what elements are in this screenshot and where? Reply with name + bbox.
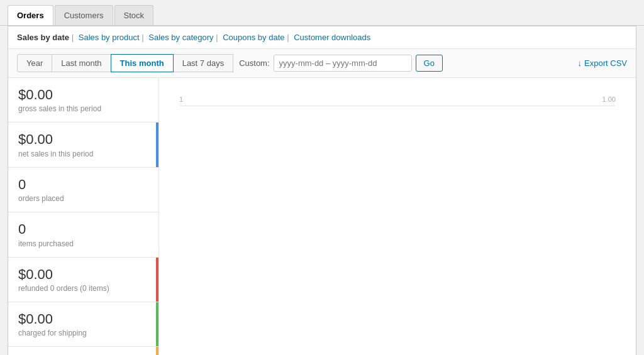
stats-sidebar: $0.00 gross sales in this period $0.00 n… (8, 78, 159, 355)
export-csv-link[interactable]: ↓ Export CSV (578, 58, 627, 68)
stat-orders-placed: 0 orders placed (8, 168, 158, 212)
stat-gross-sales-value: $0.00 (18, 87, 148, 103)
custom-label: Custom: (239, 58, 269, 68)
stat-orders-placed-value: 0 (18, 177, 148, 193)
period-tab-this-month[interactable]: This month (111, 54, 174, 72)
chart-grid-line (179, 106, 616, 106)
export-csv-label: Export CSV (584, 58, 627, 68)
stat-gross-sales-label: gross sales in this period (18, 104, 148, 113)
stat-items-purchased-value: 0 (18, 221, 148, 238)
sub-nav-link-sales-by-category[interactable]: Sales by category (148, 33, 213, 42)
stat-refunded: $0.00 refunded 0 orders (0 items) (8, 258, 158, 302)
period-tab-last-month[interactable]: Last month (52, 54, 111, 72)
stat-items-purchased: 0 items purchased (8, 212, 158, 257)
body-area: $0.00 gross sales in this period $0.00 n… (8, 78, 636, 355)
period-tab-last-7-days[interactable]: Last 7 days (173, 54, 234, 72)
stat-refunded-label: refunded 0 orders (0 items) (18, 284, 148, 293)
stat-shipping-accent (156, 302, 158, 346)
chart-y-max-label: 1.00 (602, 96, 616, 103)
stat-orders-placed-label: orders placed (18, 194, 148, 203)
chart-area: 1 1.00 (159, 78, 636, 355)
period-tabs-bar: Year Last month This month Last 7 days C… (8, 49, 636, 78)
sub-nav-link-sales-by-product[interactable]: Sales by product (79, 33, 140, 42)
main-content: Sales by date | Sales by product | Sales… (8, 26, 636, 355)
stat-refunded-value: $0.00 (18, 266, 148, 283)
stat-shipping-value: $0.00 (18, 311, 148, 327)
tab-orders[interactable]: Orders (8, 5, 53, 25)
stat-net-sales-value: $0.00 (18, 131, 148, 148)
stat-net-sales: $0.00 net sales in this period (8, 123, 158, 167)
stat-coupons-accent (156, 347, 158, 355)
sub-nav: Sales by date | Sales by product | Sales… (8, 26, 636, 49)
tab-stock[interactable]: Stock (114, 5, 154, 25)
go-button[interactable]: Go (416, 55, 443, 72)
stat-gross-sales: $0.00 gross sales in this period (8, 78, 158, 123)
stat-coupons: $0.00 worth of coupons used (8, 347, 158, 355)
stat-shipping-label: charged for shipping (18, 329, 148, 337)
stat-shipping: $0.00 charged for shipping (8, 302, 158, 347)
sub-nav-bold-label: Sales by date (17, 33, 69, 42)
page-wrapper: Orders Customers Stock Sales by date | S… (0, 0, 644, 355)
stat-refunded-accent (156, 258, 158, 302)
custom-date-input[interactable] (274, 55, 412, 72)
sub-nav-link-coupons-by-date[interactable]: Coupons by date (223, 33, 284, 42)
chart-y-min-label: 1 (179, 96, 183, 103)
custom-range: Custom: Go (239, 55, 443, 72)
period-tab-year[interactable]: Year (17, 54, 52, 72)
sub-nav-link-customer-downloads[interactable]: Customer downloads (294, 33, 370, 42)
stat-items-purchased-label: items purchased (18, 239, 148, 248)
top-tabs: Orders Customers Stock (0, 0, 644, 26)
stat-net-sales-label: net sales in this period (18, 150, 148, 158)
export-csv-icon: ↓ (578, 58, 582, 68)
tab-customers[interactable]: Customers (55, 5, 113, 25)
stat-net-sales-accent (156, 123, 158, 167)
